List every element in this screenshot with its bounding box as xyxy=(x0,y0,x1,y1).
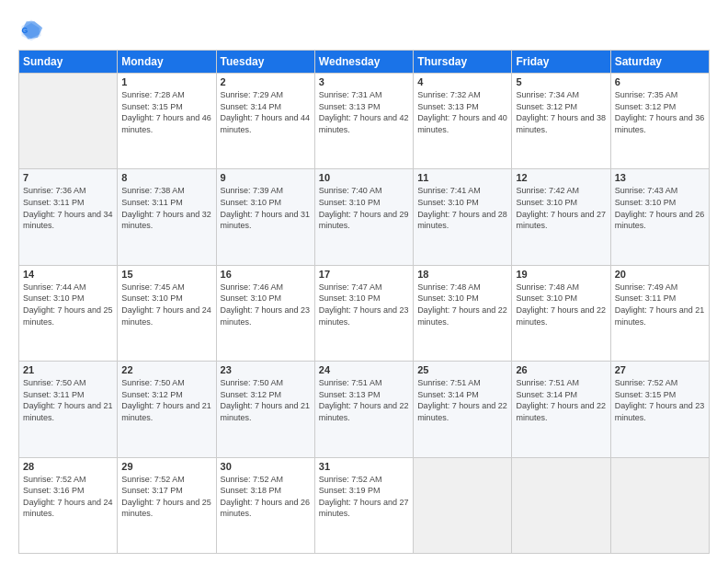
day-detail: Sunrise: 7:50 AMSunset: 3:12 PMDaylight:… xyxy=(221,377,311,423)
calendar-cell: 31Sunrise: 7:52 AMSunset: 3:19 PMDayligh… xyxy=(314,457,413,553)
col-header-friday: Friday xyxy=(512,51,610,74)
day-number: 23 xyxy=(221,364,311,375)
calendar-week-1: 1Sunrise: 7:28 AMSunset: 3:15 PMDaylight… xyxy=(19,74,710,169)
day-number: 5 xyxy=(516,76,606,87)
calendar-cell: 22Sunrise: 7:50 AMSunset: 3:12 PMDayligh… xyxy=(118,362,216,457)
day-detail: Sunrise: 7:52 AMSunset: 3:19 PMDaylight:… xyxy=(319,474,409,520)
calendar-cell: 28Sunrise: 7:52 AMSunset: 3:16 PMDayligh… xyxy=(19,457,118,553)
day-detail: Sunrise: 7:47 AMSunset: 3:10 PMDaylight:… xyxy=(319,282,409,327)
calendar-cell: 15Sunrise: 7:45 AMSunset: 3:10 PMDayligh… xyxy=(118,265,216,361)
day-detail: Sunrise: 7:34 AMSunset: 3:12 PMDaylight:… xyxy=(516,89,606,135)
calendar-cell xyxy=(19,74,118,169)
day-number: 29 xyxy=(121,461,211,472)
calendar-cell: 17Sunrise: 7:47 AMSunset: 3:10 PMDayligh… xyxy=(314,265,413,361)
day-number: 20 xyxy=(615,269,705,280)
day-number: 21 xyxy=(23,364,113,375)
calendar-cell: 24Sunrise: 7:51 AMSunset: 3:13 PMDayligh… xyxy=(314,362,413,457)
logo: G xyxy=(18,17,48,42)
day-detail: Sunrise: 7:35 AMSunset: 3:12 PMDaylight:… xyxy=(615,89,705,135)
day-detail: Sunrise: 7:50 AMSunset: 3:11 PMDaylight:… xyxy=(23,377,113,423)
day-number: 7 xyxy=(23,172,113,183)
calendar-cell: 19Sunrise: 7:48 AMSunset: 3:10 PMDayligh… xyxy=(512,265,610,361)
calendar-cell: 4Sunrise: 7:32 AMSunset: 3:13 PMDaylight… xyxy=(414,74,512,169)
calendar-cell: 18Sunrise: 7:48 AMSunset: 3:10 PMDayligh… xyxy=(414,265,512,361)
day-number: 6 xyxy=(615,76,705,87)
day-number: 26 xyxy=(516,364,606,375)
calendar-cell: 5Sunrise: 7:34 AMSunset: 3:12 PMDaylight… xyxy=(512,74,610,169)
day-detail: Sunrise: 7:48 AMSunset: 3:10 PMDaylight:… xyxy=(417,282,507,327)
day-detail: Sunrise: 7:29 AMSunset: 3:14 PMDaylight:… xyxy=(221,89,311,135)
calendar-week-2: 7Sunrise: 7:36 AMSunset: 3:11 PMDaylight… xyxy=(19,169,710,265)
day-number: 25 xyxy=(417,364,507,375)
day-detail: Sunrise: 7:52 AMSunset: 3:16 PMDaylight:… xyxy=(23,474,113,520)
col-header-wednesday: Wednesday xyxy=(314,51,413,74)
day-number: 12 xyxy=(516,172,606,183)
calendar-week-3: 14Sunrise: 7:44 AMSunset: 3:10 PMDayligh… xyxy=(19,265,710,361)
calendar-cell xyxy=(610,457,709,553)
day-detail: Sunrise: 7:42 AMSunset: 3:10 PMDaylight:… xyxy=(516,185,606,231)
calendar-cell: 6Sunrise: 7:35 AMSunset: 3:12 PMDaylight… xyxy=(610,74,709,169)
day-detail: Sunrise: 7:41 AMSunset: 3:10 PMDaylight:… xyxy=(417,185,507,231)
calendar-cell: 16Sunrise: 7:46 AMSunset: 3:10 PMDayligh… xyxy=(216,265,314,361)
col-header-saturday: Saturday xyxy=(610,51,709,74)
calendar-cell: 26Sunrise: 7:51 AMSunset: 3:14 PMDayligh… xyxy=(512,362,610,457)
day-number: 15 xyxy=(121,269,211,280)
day-number: 30 xyxy=(221,461,311,472)
day-detail: Sunrise: 7:28 AMSunset: 3:15 PMDaylight:… xyxy=(121,89,211,135)
calendar-cell: 12Sunrise: 7:42 AMSunset: 3:10 PMDayligh… xyxy=(512,169,610,265)
col-header-thursday: Thursday xyxy=(414,51,512,74)
day-number: 24 xyxy=(319,364,409,375)
day-detail: Sunrise: 7:52 AMSunset: 3:15 PMDaylight:… xyxy=(615,377,705,423)
calendar-cell: 3Sunrise: 7:31 AMSunset: 3:13 PMDaylight… xyxy=(314,74,413,169)
calendar-page: G SundayMondayTuesdayWednesdayThursdayFr… xyxy=(0,0,728,563)
day-detail: Sunrise: 7:52 AMSunset: 3:17 PMDaylight:… xyxy=(121,474,211,520)
calendar-cell: 10Sunrise: 7:40 AMSunset: 3:10 PMDayligh… xyxy=(314,169,413,265)
day-number: 3 xyxy=(319,76,409,87)
col-header-tuesday: Tuesday xyxy=(216,51,314,74)
col-header-sunday: Sunday xyxy=(19,51,118,74)
calendar-cell: 8Sunrise: 7:38 AMSunset: 3:11 PMDaylight… xyxy=(118,169,216,265)
day-number: 19 xyxy=(516,269,606,280)
calendar-cell xyxy=(512,457,610,553)
calendar-cell: 7Sunrise: 7:36 AMSunset: 3:11 PMDaylight… xyxy=(19,169,118,265)
calendar-cell: 30Sunrise: 7:52 AMSunset: 3:18 PMDayligh… xyxy=(216,457,314,553)
day-number: 17 xyxy=(319,269,409,280)
day-detail: Sunrise: 7:44 AMSunset: 3:10 PMDaylight:… xyxy=(23,282,113,327)
day-number: 14 xyxy=(23,269,113,280)
calendar-cell: 20Sunrise: 7:49 AMSunset: 3:11 PMDayligh… xyxy=(610,265,709,361)
calendar-cell: 1Sunrise: 7:28 AMSunset: 3:15 PMDaylight… xyxy=(118,74,216,169)
day-detail: Sunrise: 7:45 AMSunset: 3:10 PMDaylight:… xyxy=(121,282,211,327)
day-detail: Sunrise: 7:51 AMSunset: 3:14 PMDaylight:… xyxy=(516,377,606,423)
day-number: 31 xyxy=(319,461,409,472)
day-number: 9 xyxy=(221,172,311,183)
day-number: 13 xyxy=(615,172,705,183)
calendar-cell xyxy=(414,457,512,553)
day-detail: Sunrise: 7:51 AMSunset: 3:14 PMDaylight:… xyxy=(417,377,507,423)
calendar-week-5: 28Sunrise: 7:52 AMSunset: 3:16 PMDayligh… xyxy=(19,457,710,553)
calendar-cell: 2Sunrise: 7:29 AMSunset: 3:14 PMDaylight… xyxy=(216,74,314,169)
day-detail: Sunrise: 7:48 AMSunset: 3:10 PMDaylight:… xyxy=(516,282,606,327)
day-number: 22 xyxy=(121,364,211,375)
day-detail: Sunrise: 7:31 AMSunset: 3:13 PMDaylight:… xyxy=(319,89,409,135)
calendar-week-4: 21Sunrise: 7:50 AMSunset: 3:11 PMDayligh… xyxy=(19,362,710,457)
calendar-cell: 21Sunrise: 7:50 AMSunset: 3:11 PMDayligh… xyxy=(19,362,118,457)
calendar-cell: 25Sunrise: 7:51 AMSunset: 3:14 PMDayligh… xyxy=(414,362,512,457)
calendar-cell: 9Sunrise: 7:39 AMSunset: 3:10 PMDaylight… xyxy=(216,169,314,265)
day-number: 27 xyxy=(615,364,705,375)
calendar-cell: 11Sunrise: 7:41 AMSunset: 3:10 PMDayligh… xyxy=(414,169,512,265)
day-number: 10 xyxy=(319,172,409,183)
col-header-monday: Monday xyxy=(118,51,216,74)
header: G xyxy=(18,17,710,42)
day-detail: Sunrise: 7:46 AMSunset: 3:10 PMDaylight:… xyxy=(221,282,311,327)
calendar-cell: 23Sunrise: 7:50 AMSunset: 3:12 PMDayligh… xyxy=(216,362,314,457)
day-detail: Sunrise: 7:50 AMSunset: 3:12 PMDaylight:… xyxy=(121,377,211,423)
calendar-cell: 27Sunrise: 7:52 AMSunset: 3:15 PMDayligh… xyxy=(610,362,709,457)
day-detail: Sunrise: 7:40 AMSunset: 3:10 PMDaylight:… xyxy=(319,185,409,231)
calendar-table: SundayMondayTuesdayWednesdayThursdayFrid… xyxy=(18,50,710,554)
svg-text:G: G xyxy=(22,26,28,35)
day-detail: Sunrise: 7:38 AMSunset: 3:11 PMDaylight:… xyxy=(121,185,211,231)
day-number: 1 xyxy=(121,76,211,87)
day-number: 2 xyxy=(221,76,311,87)
calendar-cell: 14Sunrise: 7:44 AMSunset: 3:10 PMDayligh… xyxy=(19,265,118,361)
day-number: 11 xyxy=(417,172,507,183)
